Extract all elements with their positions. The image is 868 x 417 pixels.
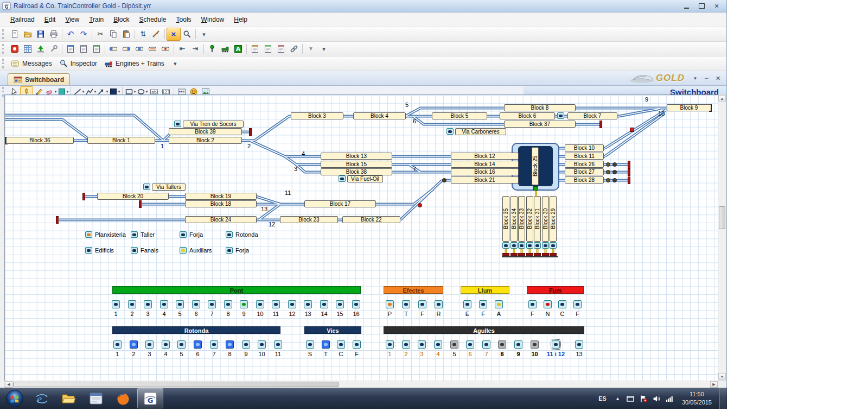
- redo-icon[interactable]: ↷: [77, 28, 90, 40]
- panel-button-vies-F[interactable]: [353, 340, 361, 349]
- vertical-scroll-thumb[interactable]: [719, 206, 725, 229]
- find-icon[interactable]: [181, 28, 194, 40]
- menu-tools[interactable]: Tools: [171, 13, 196, 26]
- panel-button-agulles-1[interactable]: [386, 340, 394, 349]
- block-block-30[interactable]: Block 30: [542, 196, 549, 242]
- block-block-24[interactable]: Block 24: [185, 216, 257, 223]
- panel-button-rotonda-11[interactable]: [274, 340, 282, 349]
- block-block-3[interactable]: Block 3: [291, 112, 343, 119]
- panel-button-vies-T[interactable]: [322, 340, 330, 349]
- siding-push-button[interactable]: [510, 242, 518, 249]
- block-block-1[interactable]: Block 1: [87, 137, 155, 144]
- legend-button-rotonda[interactable]: [226, 231, 233, 238]
- doc-green-icon[interactable]: [90, 43, 103, 55]
- panel-button-vies-C[interactable]: [337, 340, 345, 349]
- indent-l-icon[interactable]: ⇤: [176, 43, 189, 55]
- panel-button-pont-13[interactable]: [304, 300, 312, 308]
- block-block-29[interactable]: Block 29: [550, 196, 557, 242]
- block-block-14[interactable]: Block 14: [451, 161, 519, 168]
- block-block-16[interactable]: Block 16: [451, 168, 519, 175]
- legend-button-edificis[interactable]: [85, 247, 92, 254]
- edit-mode-icon[interactable]: ×: [167, 28, 181, 41]
- panel-button-pont-7[interactable]: [208, 300, 216, 308]
- panel-button-pont-15[interactable]: [336, 300, 344, 308]
- maximize-button[interactable]: [694, 2, 709, 11]
- block-block-27[interactable]: Block 27: [565, 168, 604, 175]
- overflow-icon[interactable]: ▾: [197, 28, 210, 40]
- panel-button-agulles-8[interactable]: [498, 340, 506, 349]
- panel-button-rotonda-6[interactable]: [194, 340, 202, 349]
- switchboard-icon[interactable]: [21, 43, 34, 55]
- block-block-18[interactable]: Block 18: [185, 200, 257, 207]
- siding-push-button[interactable]: [526, 242, 533, 249]
- signal-icon[interactable]: [206, 43, 219, 55]
- block-block-36[interactable]: Block 36: [6, 137, 74, 144]
- panel-button-efectes-T[interactable]: [402, 300, 410, 308]
- block-block-21[interactable]: Block 21: [451, 176, 519, 184]
- scroll-left-icon[interactable]: ◀: [5, 381, 12, 388]
- stop-icon[interactable]: [8, 43, 21, 55]
- scroll-down-icon[interactable]: ▼: [718, 373, 726, 380]
- undo-icon[interactable]: ↶: [64, 28, 77, 40]
- block-b-icon[interactable]: [120, 43, 133, 55]
- panel-button-fum-N[interactable]: [544, 300, 552, 308]
- minimize-button[interactable]: [679, 2, 694, 11]
- block-block-11[interactable]: Block 11: [565, 153, 604, 160]
- show-desktop-button[interactable]: [719, 388, 726, 409]
- panel-button-llum-A[interactable]: [495, 300, 503, 308]
- block-d-icon[interactable]: [146, 43, 159, 55]
- panel-button-vies-S[interactable]: [306, 340, 314, 349]
- block-block-5[interactable]: Block 5: [432, 112, 487, 119]
- doc-gray-icon[interactable]: [77, 43, 90, 55]
- via-push-button[interactable]: [143, 184, 150, 190]
- panel-button-pont-10[interactable]: [256, 300, 264, 308]
- panel-button-pont-1[interactable]: [112, 300, 120, 308]
- panel-button-efectes-R[interactable]: [435, 300, 443, 308]
- panel-button-rotonda-2[interactable]: [130, 340, 138, 349]
- menu-window[interactable]: Window: [196, 13, 229, 26]
- panel-button-pont-3[interactable]: [144, 300, 152, 308]
- print-icon[interactable]: [47, 28, 60, 40]
- inspector-panel-button[interactable]: Inspector: [56, 58, 101, 69]
- mdi-close-icon[interactable]: ✕: [713, 74, 723, 83]
- siding-push-button[interactable]: [518, 242, 525, 249]
- block-block-4[interactable]: Block 4: [353, 112, 406, 119]
- tray-window-icon[interactable]: [626, 394, 635, 403]
- block-block-38[interactable]: Block 38: [321, 168, 392, 175]
- block-block-37[interactable]: Block 37: [504, 121, 576, 128]
- block-block-10[interactable]: Block 10: [565, 144, 604, 151]
- via-push-button[interactable]: [174, 121, 181, 127]
- link-icon[interactable]: [288, 43, 301, 55]
- doc-1-icon[interactable]: [248, 43, 261, 55]
- block-block-32[interactable]: Block 32: [526, 196, 533, 242]
- panel-button-llum-F[interactable]: [479, 300, 487, 308]
- block-block-20[interactable]: Block 20: [97, 193, 169, 200]
- panel-button-efectes-P[interactable]: [386, 300, 394, 308]
- auto-a-icon[interactable]: A: [232, 43, 245, 55]
- tray-network-icon[interactable]: [665, 394, 674, 403]
- doc-2-icon[interactable]: [261, 43, 275, 55]
- block-block-17[interactable]: Block 17: [304, 200, 376, 207]
- block-block-28[interactable]: Block 28: [565, 176, 604, 184]
- siding-push-button[interactable]: [542, 242, 549, 249]
- block-25[interactable]: Block 25: [532, 147, 539, 185]
- tray-arrow-icon[interactable]: ▴: [613, 394, 622, 403]
- via-push-button[interactable]: [446, 128, 454, 135]
- tools-icon[interactable]: [47, 43, 60, 55]
- new-file-icon[interactable]: [8, 28, 21, 40]
- block-block-2[interactable]: Block 2: [169, 137, 242, 144]
- overflow-icon[interactable]: ▾: [317, 43, 330, 55]
- vertical-scrollbar[interactable]: ▲ ▼: [718, 94, 726, 381]
- internet-explorer-taskbar-button[interactable]: e: [29, 388, 55, 408]
- block-block-35[interactable]: Block 35: [502, 196, 509, 242]
- track-push-button[interactable]: [557, 112, 564, 119]
- panel-button-pont-8[interactable]: [224, 300, 232, 308]
- taskbar-clock[interactable]: 11:50 30/05/2015: [679, 390, 715, 407]
- menu-schedule[interactable]: Schedule: [134, 13, 171, 26]
- panel-button-llum-E[interactable]: [463, 300, 471, 308]
- panel-button-efectes-F[interactable]: [418, 300, 426, 308]
- switchboard-canvas[interactable]: Block 25Block 36Block 1Block 2Block 39Bl…: [4, 94, 718, 381]
- panel-button-pont-14[interactable]: [320, 300, 328, 308]
- panel-button-pont-6[interactable]: [192, 300, 200, 308]
- menu-block[interactable]: Block: [108, 13, 134, 26]
